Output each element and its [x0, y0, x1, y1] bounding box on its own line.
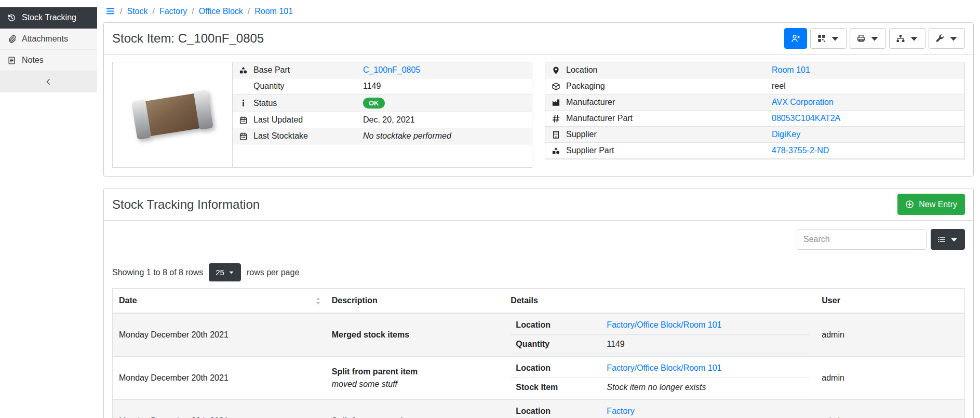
industry-icon [552, 98, 560, 107]
stock-tracking-panel-header: Stock Tracking Information New Entry [104, 188, 973, 221]
column-header-date[interactable]: Date [113, 289, 326, 314]
capacitor-thumbnail [134, 91, 211, 138]
detail-row-last-updated: Last UpdatedDec. 20, 2021 [233, 112, 532, 128]
detail-value-link[interactable]: 08053C104KAT2A [772, 114, 840, 123]
sidebar-item-stock-tracking[interactable]: Stock Tracking [0, 7, 97, 29]
stock-actions-button[interactable] [929, 28, 965, 49]
search-input[interactable] [797, 229, 927, 250]
sidebar-collapse-button[interactable] [0, 71, 97, 92]
detail-row-supplier-part: Supplier Part478-3755-2-ND [545, 143, 964, 159]
detail-value-link[interactable]: 478-3755-2-ND [772, 146, 829, 155]
qr-icon [817, 34, 826, 43]
stock-item-sourcing-table: LocationRoom 101PackagingreelManufacture… [545, 62, 964, 159]
menu-icon[interactable] [105, 6, 115, 16]
detail-row-last-stocktake: Last StocktakeNo stocktake performed [233, 128, 532, 144]
main-content: /Stock/Factory/Office Block/Room 101 Sto… [97, 0, 980, 418]
shapes-icon [552, 146, 560, 155]
detail-label: Quantity [253, 82, 357, 91]
sitemap-icon [896, 34, 905, 43]
stock-item-panel-header: Stock Item: C_100nF_0805 [104, 23, 973, 55]
printer-icon [856, 34, 866, 43]
user-actions-button[interactable] [784, 28, 807, 49]
sidebar-item-label: Attachments [22, 34, 68, 44]
sidebar-item-label: Stock Tracking [22, 13, 76, 22]
inner-label: Location [516, 363, 607, 373]
detail-inner-row: LocationFactory [511, 402, 809, 418]
stock-item-panel-body: Base PartC_100nF_0805Quantity1149StatusO… [104, 55, 973, 176]
part-image[interactable] [113, 62, 232, 167]
cell-details: LocationFactoryStock ItemStock item no l… [504, 400, 815, 418]
breadcrumb-link-factory[interactable]: Factory [159, 7, 187, 16]
shapes-icon [239, 66, 248, 75]
map-pin-icon [552, 66, 560, 75]
detail-value-link[interactable]: DigiKey [772, 130, 800, 139]
caret-down-icon [949, 34, 958, 43]
column-header-user[interactable]: User [815, 289, 964, 314]
detail-label: Base Part [253, 65, 357, 75]
sort-icon[interactable] [315, 297, 321, 305]
detail-row-manufacturer-part: Manufacturer Part08053C104KAT2A [545, 111, 964, 127]
pagination-row: Showing 1 to 8 of 8 rows 25 rows per pag… [112, 263, 965, 281]
inner-link[interactable]: Factory [607, 407, 634, 416]
detail-label: Manufacturer Part [566, 114, 766, 123]
breadcrumb-link-stock[interactable]: Stock [127, 7, 147, 16]
cell-details: LocationFactory/Office Block/Room 101Sto… [504, 357, 815, 400]
cell-user: admin [815, 357, 964, 400]
panel-title: Stock Tracking Information [112, 197, 260, 212]
cell-description: Split from parent itemmoved some stuff [326, 357, 505, 400]
detail-value-link[interactable]: Room 101 [772, 65, 810, 74]
calendar-icon [239, 132, 248, 141]
detail-row-base-part: Base PartC_100nF_0805 [233, 62, 532, 78]
note-icon [7, 56, 16, 65]
detail-inner-row: Stock ItemStock item no longer exists [511, 378, 809, 397]
detail-label: Supplier [566, 130, 766, 139]
sidebar-item-notes[interactable]: Notes [0, 50, 97, 71]
stock-item-details-box: Base PartC_100nF_0805Quantity1149StatusO… [112, 62, 532, 168]
detail-value: No stocktake performed [363, 131, 451, 140]
inner-label: Quantity [516, 340, 607, 349]
inner-link[interactable]: Factory/Office Block/Room 101 [607, 363, 721, 373]
detail-value: 1149 [363, 82, 381, 90]
detail-value: reel [772, 82, 786, 90]
info-icon [239, 99, 248, 107]
breadcrumb-link-room-101[interactable]: Room 101 [254, 7, 293, 16]
print-actions-button[interactable] [850, 28, 886, 49]
column-header-description[interactable]: Description [326, 289, 505, 314]
page-size-value: 25 [216, 268, 224, 277]
cell-description: Merged stock items [326, 313, 505, 357]
inner-label: Location [516, 407, 607, 416]
sidebar: Stock TrackingAttachmentsNotes [0, 0, 97, 418]
cell-description: Split from parent item [326, 400, 505, 418]
detail-value-link[interactable]: C_100nF_0805 [363, 65, 420, 74]
detail-inner-row: LocationFactory/Office Block/Room 101 [511, 359, 809, 378]
caret-down-icon [830, 34, 840, 43]
detail-label: Supplier Part [566, 146, 766, 155]
detail-label: Location [566, 65, 766, 75]
box-icon [552, 82, 560, 91]
page-size-dropdown[interactable]: 25 [209, 263, 241, 281]
transfer-actions-button[interactable] [889, 28, 925, 49]
paperclip-icon [7, 35, 16, 44]
pagination-summary: Showing 1 to 8 of 8 rows [112, 268, 203, 277]
detail-row-manufacturer: ManufacturerAVX Corporation [545, 95, 964, 111]
columns-dropdown-button[interactable] [931, 229, 965, 250]
new-entry-label: New Entry [919, 200, 957, 209]
page-title: Stock Item: C_100nF_0805 [112, 31, 264, 46]
new-entry-button[interactable]: New Entry [897, 194, 965, 215]
cell-user: admin [815, 400, 964, 418]
detail-value-link[interactable]: AVX Corporation [772, 98, 834, 106]
calendar-icon [239, 116, 248, 125]
inner-value: Stock item no longer exists [607, 383, 706, 392]
sidebar-item-attachments[interactable]: Attachments [0, 29, 97, 50]
cell-date: Monday December 20th 2021 [113, 313, 326, 357]
stock-tracking-panel-body: Showing 1 to 8 of 8 rows 25 rows per pag… [104, 221, 973, 418]
chevron-left-icon [44, 77, 53, 86]
cell-date: Monday December 20th 2021 [113, 357, 326, 400]
cell-date: Monday December 20th 2021 [113, 400, 326, 418]
column-header-details[interactable]: Details [504, 289, 815, 314]
description-note: moved some stuff [332, 380, 499, 389]
barcode-actions-button[interactable] [810, 28, 847, 49]
breadcrumb-link-office-block[interactable]: Office Block [199, 7, 243, 16]
detail-row-packaging: Packagingreel [545, 78, 964, 95]
inner-link[interactable]: Factory/Office Block/Room 101 [607, 320, 721, 330]
